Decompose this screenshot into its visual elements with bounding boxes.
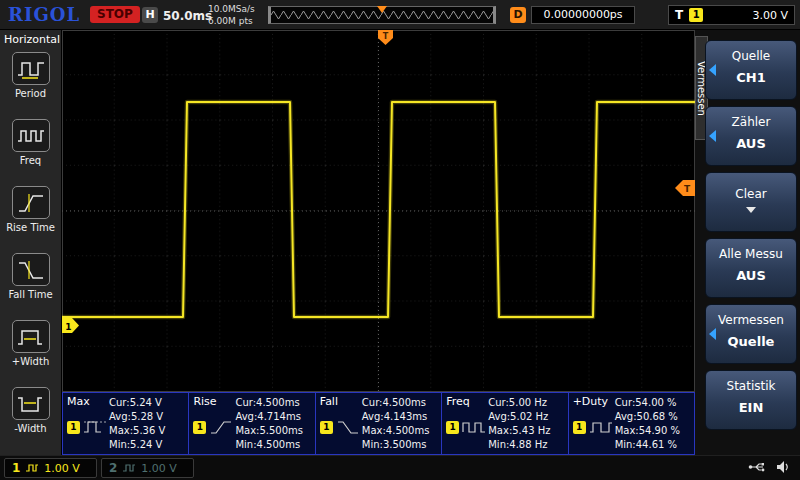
acquisition-info: 10.0MSa/s 6.00M pts xyxy=(208,3,255,27)
ch2-coupling-icon xyxy=(122,463,136,473)
sidebar-item-plus-width[interactable]: +Width xyxy=(0,316,61,383)
rise-measure-icon xyxy=(209,419,233,440)
svg-text:1: 1 xyxy=(65,322,71,332)
sidebar-item-label: Fall Time xyxy=(0,289,61,300)
sidebar-item-label: -Width xyxy=(0,423,61,434)
measurement-name: Fall xyxy=(320,395,338,408)
measurement-values: Cur:54.00 % Avg:50.68 % Max:54.90 % Min:… xyxy=(615,396,680,452)
measurement-values: Cur:4.500ms Avg:4.143ms Max:4.500ms Min:… xyxy=(362,396,430,452)
rigol-logo: RIGOL xyxy=(8,4,80,25)
measurement-values: Cur:5.00 Hz Avg:5.02 Hz Max:5.43 Hz Min:… xyxy=(488,396,550,452)
overview-trigger-marker xyxy=(377,6,387,13)
max-measure-icon xyxy=(83,419,107,440)
freq-icon xyxy=(12,119,50,152)
svg-text:T: T xyxy=(684,184,691,194)
plus-width-icon xyxy=(12,320,50,353)
softkey-value: EIN xyxy=(706,400,796,415)
sidebar-item-label: Freq xyxy=(0,155,61,166)
softkey-label: Alle Messu xyxy=(706,247,796,261)
softkey-label: Quelle xyxy=(706,49,796,63)
delay-value: 0.00000000ps xyxy=(531,6,635,24)
measure-avg: Avg:50.68 % xyxy=(615,410,680,424)
softkey-vermessen[interactable]: Vermessen Quelle xyxy=(705,304,797,364)
sidebar-item-minus-width[interactable]: -Width xyxy=(0,383,61,450)
ch2-status: 2 1.00 V xyxy=(101,458,194,478)
horizontal-badge: H xyxy=(142,7,158,23)
measure-avg: Avg:4.714ms xyxy=(235,410,303,424)
measure-max: Max:5.43 Hz xyxy=(488,424,550,438)
measure-min: Min:4.500ms xyxy=(235,438,303,452)
channel-badge: 1 xyxy=(446,421,459,434)
selected-arrow-icon xyxy=(709,328,716,340)
rise-time-icon xyxy=(12,186,50,219)
run-state-badge: STOP xyxy=(90,6,140,23)
waveform-overview-strip xyxy=(268,6,496,24)
measurement-name: +Duty xyxy=(573,395,608,408)
sidebar-item-label: Rise Time xyxy=(0,222,61,233)
top-status-bar: RIGOL STOP H 50.0ms 10.0MSa/s 6.00M pts … xyxy=(0,0,800,30)
channel-badge: 1 xyxy=(573,421,586,434)
softkey-quelle[interactable]: Quelle CH1 xyxy=(705,40,797,100)
sidebar-item-period[interactable]: Period xyxy=(0,48,61,115)
waveform-display: T T 1 xyxy=(62,30,695,392)
usb-icon xyxy=(748,460,766,474)
measure-cur: Cur:5.00 Hz xyxy=(488,396,550,410)
trigger-label: T xyxy=(675,8,683,22)
measurement-panel-freq: Freq 1 Cur:5.00 Hz Avg:5.02 Hz Max:5.43 … xyxy=(441,392,568,455)
horizontal-measure-menu: Horizontal Period Freq Rise Time Fall Ti… xyxy=(0,30,62,455)
minus-width-icon xyxy=(12,387,50,420)
measurement-panel-fall: Fall 1 Cur:4.500ms Avg:4.143ms Max:4.500… xyxy=(315,392,442,455)
softkey-alle-messu[interactable]: Alle Messu AUS xyxy=(705,238,797,298)
ch2-scale: 1.00 V xyxy=(141,462,177,475)
measurement-panel-plus-duty: +Duty 1 Cur:54.00 % Avg:50.68 % Max:54.9… xyxy=(568,392,695,455)
measure-avg: Avg:4.143ms xyxy=(362,410,430,424)
measure-cur: Cur:4.500ms xyxy=(362,396,430,410)
softkey-clear[interactable]: Clear xyxy=(705,172,797,232)
ch1-scale: 1.00 V xyxy=(44,462,80,475)
sidebar-item-fall-time[interactable]: Fall Time xyxy=(0,249,61,316)
measurement-name: Max xyxy=(67,395,90,408)
measure-cur: Cur:54.00 % xyxy=(615,396,680,410)
softkey-statistik[interactable]: Statistik EIN xyxy=(705,370,797,430)
speaker-icon xyxy=(776,460,792,474)
timebase-value: 50.0ms xyxy=(163,9,212,23)
left-menu-title: Horizontal xyxy=(0,30,61,48)
bottom-right-icons xyxy=(748,460,792,474)
softkey-zaehler[interactable]: Zähler AUS xyxy=(705,106,797,166)
measure-min: Min:44.61 % xyxy=(615,438,680,452)
softkey-label: Clear xyxy=(706,187,796,201)
measure-max: Max:5.500ms xyxy=(235,424,303,438)
measurement-values: Cur:5.24 V Avg:5.28 V Max:5.36 V Min:5.2… xyxy=(109,396,165,452)
measure-min: Min:4.88 Hz xyxy=(488,438,550,452)
softkey-label: Vermessen xyxy=(706,313,796,327)
measure-max: Max:4.500ms xyxy=(362,424,430,438)
duty-measure-icon xyxy=(589,419,613,440)
fall-measure-icon xyxy=(336,419,360,440)
memory-depth: 6.00M pts xyxy=(208,15,255,27)
measure-min: Min:5.24 V xyxy=(109,438,165,452)
measure-max: Max:54.90 % xyxy=(615,424,680,438)
measurement-name: Freq xyxy=(446,395,470,408)
channel-badge: 1 xyxy=(193,421,206,434)
softkey-label: Zähler xyxy=(706,115,796,129)
ch2-number: 2 xyxy=(109,461,117,475)
measurement-panel-rise: Rise 1 Cur:4.500ms Avg:4.714ms Max:5.500… xyxy=(188,392,315,455)
trigger-level-value: 3.00 V xyxy=(752,9,788,22)
measure-avg: Avg:5.02 Hz xyxy=(488,410,550,424)
trigger-source-badge: 1 xyxy=(689,8,703,22)
trigger-status-group: T 1 3.00 V xyxy=(668,5,795,25)
measure-min: Min:3.500ms xyxy=(362,438,430,452)
freq-measure-icon xyxy=(462,419,486,440)
sidebar-item-label: +Width xyxy=(0,356,61,367)
softkey-menu: Vermessen Quelle CH1 Zähler AUS Clear Al… xyxy=(695,30,800,455)
sidebar-item-freq[interactable]: Freq xyxy=(0,115,61,182)
svg-text:T: T xyxy=(383,32,389,41)
measurement-panel-max: Max 1 Cur:5.24 V Avg:5.28 V Max:5.36 V M… xyxy=(62,392,189,455)
sidebar-item-rise-time[interactable]: Rise Time xyxy=(0,182,61,249)
ch1-number: 1 xyxy=(12,461,20,475)
sidebar-item-label: Period xyxy=(0,88,61,99)
sample-rate: 10.0MSa/s xyxy=(208,3,255,15)
measure-max: Max:5.36 V xyxy=(109,424,165,438)
softkey-value: AUS xyxy=(706,136,796,151)
selected-arrow-icon xyxy=(709,64,716,76)
